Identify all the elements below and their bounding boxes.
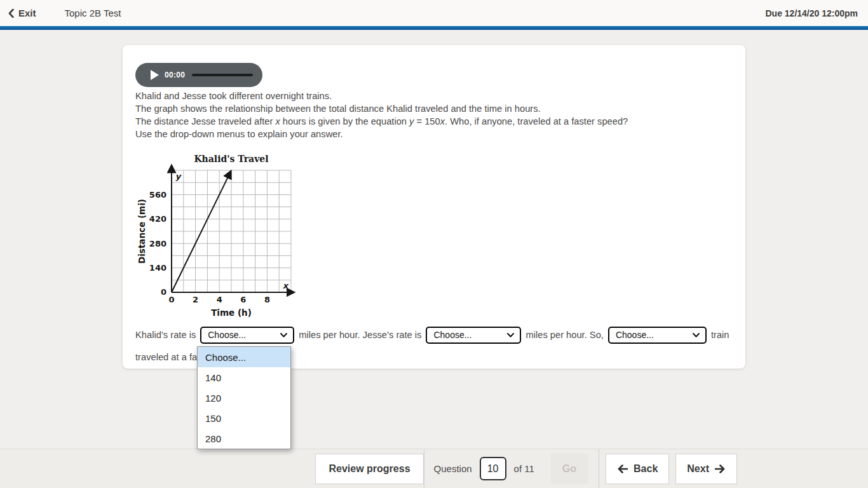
sentence-part2: miles per hour. Jesse’s rate is <box>299 330 421 340</box>
dropdown-option[interactable]: 150 <box>198 408 290 428</box>
answer-sentence-line2: traveled at a fa <box>135 352 197 362</box>
play-button[interactable] <box>151 70 159 80</box>
whose-train-select-value: Choose... <box>616 330 654 340</box>
play-icon <box>151 70 159 80</box>
answer-sentence-line1: Khalid’s rate is Choose... miles per hou… <box>135 325 729 344</box>
next-label: Next <box>687 463 709 475</box>
arrow-right-icon <box>715 464 726 474</box>
question-text-line: The graph shows the relationship between… <box>135 102 628 115</box>
svg-text:0: 0 <box>168 295 174 304</box>
svg-text:420: 420 <box>149 214 166 224</box>
svg-text:8: 8 <box>264 295 270 304</box>
question-text-line: Use the drop-down menus to explain your … <box>135 128 628 140</box>
svg-text:Khalid's Travel: Khalid's Travel <box>194 154 268 164</box>
chevron-down-icon <box>280 333 287 337</box>
svg-text:280: 280 <box>149 239 166 248</box>
svg-text:0: 0 <box>161 287 166 297</box>
svg-text:y: y <box>175 172 182 181</box>
khalids-travel-graph: Khalid's TravelTime (h)Distance (mi)0246… <box>137 151 297 320</box>
sentence-part3: miles per hour. So, <box>526 330 603 340</box>
question-total-label: of 11 <box>514 463 534 474</box>
question-number-input[interactable] <box>480 457 506 480</box>
chevron-down-icon <box>507 333 514 337</box>
accent-bar <box>0 26 868 30</box>
exit-button[interactable]: Exit <box>8 8 36 18</box>
svg-text:560: 560 <box>149 190 166 200</box>
dropdown-option[interactable]: Choose... <box>198 347 290 367</box>
question-navigator: Question of 11 Go <box>424 449 600 488</box>
svg-text:x: x <box>283 281 289 290</box>
question-card: 00:00 Khalid and Jesse took different ov… <box>123 45 745 369</box>
review-progress-button[interactable]: Review progress <box>315 454 423 484</box>
svg-text:Distance (mi): Distance (mi) <box>137 199 147 264</box>
khalid-rate-dropdown-menu: Choose...140120150280 <box>197 346 291 449</box>
bottom-toolbar: Review progress Question of 11 Go Back N… <box>0 449 868 488</box>
exit-label: Exit <box>18 8 36 18</box>
jesse-rate-select-value: Choose... <box>433 330 471 340</box>
question-text: Khalid and Jesse took different overnigh… <box>135 90 628 140</box>
svg-text:2: 2 <box>193 295 198 304</box>
khalid-rate-select-value: Choose... <box>208 330 246 340</box>
chevron-down-icon <box>693 333 700 337</box>
next-button[interactable]: Next <box>675 454 737 484</box>
audio-elapsed-time: 00:00 <box>165 71 185 79</box>
back-button[interactable]: Back <box>606 454 669 484</box>
audio-player: 00:00 <box>135 63 262 87</box>
jesse-rate-select[interactable]: Choose... <box>426 327 521 344</box>
sentence-part1: Khalid’s rate is <box>135 330 196 340</box>
svg-text:4: 4 <box>217 295 222 304</box>
due-date: Due 12/14/20 12:00pm <box>765 8 858 18</box>
svg-text:140: 140 <box>149 263 166 273</box>
dropdown-option[interactable]: 140 <box>198 367 290 388</box>
question-text-line: The distance Jesse traveled after x hour… <box>135 115 628 128</box>
back-chevron-icon <box>8 9 14 18</box>
dropdown-option[interactable]: 280 <box>198 428 290 449</box>
khalid-rate-select[interactable]: Choose... <box>200 327 294 344</box>
whose-train-select[interactable]: Choose... <box>608 327 707 344</box>
go-button[interactable]: Go <box>551 454 588 484</box>
svg-text:Time (h): Time (h) <box>211 308 252 318</box>
page-title: Topic 2B Test <box>65 8 121 18</box>
sentence-part4: train <box>711 330 729 340</box>
back-label: Back <box>634 463 658 475</box>
question-label: Question <box>434 463 472 474</box>
dropdown-option[interactable]: 120 <box>198 388 290 408</box>
svg-text:6: 6 <box>240 295 246 304</box>
arrow-left-icon <box>617 464 628 474</box>
top-bar: Exit Topic 2B Test Due 12/14/20 12:00pm <box>0 0 868 26</box>
question-text-line: Khalid and Jesse took different overnigh… <box>135 90 628 102</box>
audio-seek-bar[interactable] <box>192 74 253 76</box>
